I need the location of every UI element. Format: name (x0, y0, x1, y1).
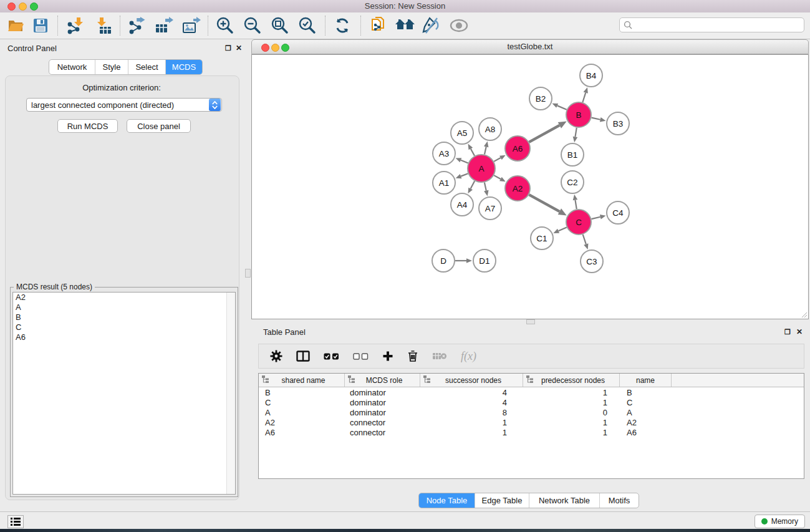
delete-column-icon[interactable] (407, 350, 418, 362)
annotation-pen-button[interactable] (420, 17, 443, 34)
table-cell: A (620, 408, 672, 417)
close-panel-button[interactable]: Close panel (127, 119, 191, 133)
zoom-selected-button[interactable] (297, 17, 318, 34)
import-table-button[interactable] (94, 17, 113, 34)
select-all-icon[interactable] (324, 353, 339, 360)
deselect-all-icon[interactable] (353, 353, 369, 360)
vertical-split-handle[interactable] (245, 269, 251, 278)
refresh-button[interactable] (332, 17, 352, 34)
close-table-panel-icon[interactable]: ✕ (796, 327, 803, 336)
table-row[interactable]: A2connector11A2 (259, 417, 804, 427)
tab-style[interactable]: Style (95, 60, 128, 74)
result-list-item[interactable]: A6 (13, 332, 235, 342)
import-network-button[interactable] (65, 17, 85, 34)
network-graph[interactable]: B4B2BB3A5A8A6A3B1AA1C2A2A4A7CC4C1C3DD1 (252, 55, 808, 319)
edge-A6-B[interactable] (529, 125, 559, 142)
close-window-button[interactable] (7, 2, 16, 11)
open-folder-icon (7, 19, 24, 33)
edge-B-B2[interactable] (557, 105, 567, 109)
task-history-button[interactable] (7, 515, 24, 528)
edge-A-A2[interactable] (494, 175, 501, 179)
edge-C-C2[interactable] (575, 200, 576, 210)
network-window-titlebar[interactable]: testGlobe.txt (251, 39, 809, 54)
search-field[interactable] (619, 17, 804, 32)
export-image-button[interactable] (181, 17, 202, 34)
column-header-name[interactable]: name (620, 374, 672, 387)
minimize-window-button[interactable] (19, 2, 27, 11)
edge-A-A1[interactable] (461, 173, 468, 176)
control-panel-title: Control Panel (7, 44, 57, 53)
zoom-window-button[interactable] (30, 2, 38, 11)
edge-A-A6[interactable] (494, 158, 501, 162)
horizontal-split-handle[interactable] (526, 319, 535, 324)
tab-select[interactable]: Select (128, 60, 166, 74)
table-tabs: Node TableEdge TableNetwork TableMotifs (418, 493, 639, 508)
edge-A-A4[interactable] (471, 181, 475, 188)
export-table-button[interactable] (153, 17, 175, 34)
show-graphics-details-button[interactable] (448, 17, 470, 34)
column-label: shared name (269, 376, 344, 385)
network-minimize-button[interactable] (271, 44, 279, 52)
float-panel-icon[interactable]: ❐ (225, 44, 231, 52)
result-list-item[interactable]: A2 (13, 293, 235, 302)
edge-B-B1[interactable] (575, 128, 576, 137)
run-mcds-button[interactable]: Run MCDS (57, 119, 118, 133)
search-input[interactable] (633, 20, 804, 30)
export-network-button[interactable] (126, 17, 147, 34)
float-table-panel-icon[interactable]: ❐ (784, 328, 791, 336)
arrowhead-icon (484, 142, 488, 148)
delete-table-icon[interactable] (432, 352, 447, 360)
zoom-out-button[interactable] (242, 17, 263, 34)
result-list-item[interactable]: C (13, 322, 235, 332)
column-header-shared-name[interactable]: shared name (259, 374, 345, 387)
table-row[interactable]: Bdominator41B (259, 387, 804, 397)
new-network-from-selection-button[interactable] (368, 17, 389, 34)
edge-C-C1[interactable] (559, 227, 567, 231)
network-close-button[interactable] (261, 44, 269, 52)
add-column-icon[interactable] (382, 351, 393, 362)
criterion-dropdown[interactable]: largest connected component (directed) (26, 98, 222, 112)
close-panel-icon[interactable]: ✕ (236, 44, 242, 52)
edge-A2-C[interactable] (529, 195, 559, 211)
column-header-MCDS-role[interactable]: MCDS role (345, 374, 420, 387)
table-row[interactable]: Adominator80A (259, 407, 804, 417)
tab-mcds[interactable]: MCDS (166, 60, 202, 74)
edge-A-A8[interactable] (485, 147, 486, 154)
tab-motifs[interactable]: Motifs (600, 493, 639, 508)
memory-button[interactable]: Memory (755, 515, 805, 528)
node-label-A8: A8 (485, 125, 496, 134)
edge-B-B3[interactable] (591, 118, 600, 120)
zoom-in-button[interactable] (215, 17, 236, 34)
zoom-out-icon (243, 16, 262, 35)
open-session-button[interactable] (6, 17, 25, 34)
edge-A-A3[interactable] (461, 160, 468, 163)
tab-node-table[interactable]: Node Table (419, 493, 475, 508)
columns-icon[interactable] (296, 351, 310, 362)
table-row[interactable]: Cdominator41C (259, 397, 804, 407)
column-header-successor-nodes[interactable]: successor nodes (420, 374, 523, 387)
houses-icon (395, 18, 415, 33)
function-builder-icon[interactable]: f(x) (461, 350, 476, 363)
houses-button[interactable] (394, 17, 417, 34)
gear-icon[interactable] (270, 350, 282, 362)
edge-C-C3[interactable] (583, 235, 586, 244)
edge-C-C4[interactable] (591, 217, 600, 219)
tab-edge-table[interactable]: Edge Table (475, 493, 529, 508)
edge-B-B4[interactable] (582, 93, 586, 102)
scrollbar-track[interactable] (226, 293, 235, 494)
column-header-predecessor-nodes[interactable]: predecessor nodes (523, 374, 620, 387)
node-table[interactable]: shared nameMCDS rolesuccessor nodesprede… (258, 373, 804, 479)
network-zoom-button[interactable] (281, 44, 289, 52)
tab-network[interactable]: Network (49, 60, 95, 74)
edge-A-A5[interactable] (471, 148, 475, 155)
edge-A-A7[interactable] (485, 182, 486, 190)
result-list-item[interactable]: B (13, 312, 235, 322)
tab-network-table[interactable]: Network Table (529, 493, 600, 508)
zoom-fit-button[interactable] (269, 17, 291, 34)
network-canvas[interactable]: B4B2BB3A5A8A6A3B1AA1C2A2A4A7CC4C1C3DD1 (251, 54, 809, 319)
result-list-item[interactable]: A (13, 302, 235, 312)
save-session-button[interactable] (31, 17, 50, 34)
resize-grip-icon[interactable] (801, 311, 808, 318)
table-row[interactable]: A6connector11A6 (259, 427, 804, 437)
mcds-result-list[interactable]: A2ABCA6 (12, 292, 236, 495)
